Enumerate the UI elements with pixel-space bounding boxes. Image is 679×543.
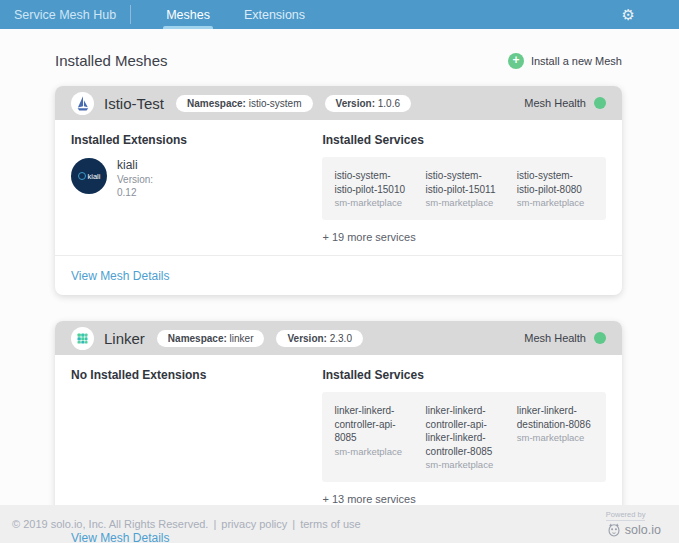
page-title: Installed Meshes: [55, 52, 168, 69]
version-value: 1.0.6: [378, 98, 400, 109]
service-source: sm-marketplace: [517, 197, 594, 208]
tab-extensions-label: Extensions: [244, 8, 305, 22]
version-pill: Version: 1.0.6: [325, 95, 412, 112]
extension-item-kiali: kiali kiali Version: 0.12: [71, 158, 308, 198]
services-heading: Installed Services: [322, 133, 606, 147]
extensions-heading: Installed Extensions: [71, 133, 308, 147]
istio-logo-icon: [71, 92, 94, 115]
extension-version-label: Version:: [117, 174, 153, 185]
solo-owl-icon: [606, 522, 622, 538]
main-content: Installed Meshes + Install a new Mesh Is…: [0, 29, 679, 505]
powered-by-block: Powered by solo.io: [606, 510, 661, 538]
mesh-card-istio: Istio-Test Namespace: istio-system Versi…: [55, 86, 622, 295]
extension-info: kiali Version: 0.12: [117, 158, 153, 198]
mesh-health-status-dot: [594, 332, 606, 344]
terms-of-use-link[interactable]: terms of use: [300, 518, 361, 530]
top-nav: Service Mesh Hub Meshes Extensions ⚙: [0, 0, 679, 29]
app-brand[interactable]: Service Mesh Hub: [0, 0, 130, 29]
service-source: sm-marketplace: [334, 446, 411, 457]
service-source: sm-marketplace: [426, 459, 503, 470]
footer-separator: |: [292, 518, 295, 530]
mesh-card-linker-header: Linker Namespace: linker Version: 2.3.0 …: [55, 321, 622, 355]
mesh-card-istio-footer: View Mesh Details: [55, 255, 622, 295]
services-heading: Installed Services: [322, 368, 606, 382]
service-item: istio-system-istio-pilot-15011 sm-market…: [426, 169, 503, 208]
service-item: linker-linkerd-controller-api-linker-lin…: [426, 404, 503, 470]
plus-icon: +: [508, 53, 524, 69]
powered-by-label: Powered by: [606, 510, 646, 521]
version-label: Version:: [336, 98, 375, 109]
service-source: sm-marketplace: [517, 432, 594, 443]
install-button-label: Install a new Mesh: [531, 55, 622, 67]
tab-extensions[interactable]: Extensions: [227, 0, 322, 29]
mesh-name: Linker: [104, 330, 145, 347]
version-value: 2.3.0: [330, 333, 352, 344]
extensions-column: No Installed Extensions: [71, 368, 322, 505]
mesh-card-istio-body: Installed Extensions kiali kiali Version…: [55, 120, 622, 255]
service-name: istio-system-istio-pilot-8080: [517, 169, 594, 196]
service-item: linker-linkerd-controller-api-8085 sm-ma…: [334, 404, 411, 470]
service-item: istio-system-istio-pilot-8080 sm-marketp…: [517, 169, 594, 208]
nav-spacer: [322, 0, 621, 29]
services-column: Installed Services linker-linkerd-contro…: [322, 368, 606, 505]
services-box: linker-linkerd-controller-api-8085 sm-ma…: [322, 392, 606, 482]
service-item: linker-linkerd-destination-8086 sm-marke…: [517, 404, 594, 470]
service-source: sm-marketplace: [426, 197, 503, 208]
service-item: istio-system-istio-pilot-15010 sm-market…: [334, 169, 411, 208]
mesh-name: Istio-Test: [104, 95, 164, 112]
mesh-card-linker-body: No Installed Extensions Installed Servic…: [55, 355, 622, 517]
namespace-value: istio-system: [249, 98, 302, 109]
install-new-mesh-button[interactable]: + Install a new Mesh: [508, 53, 622, 69]
view-mesh-details-link[interactable]: View Mesh Details: [71, 531, 169, 543]
kiali-logo-word: kiali: [88, 172, 101, 181]
namespace-label: Namespace:: [187, 98, 246, 109]
mesh-health-status-dot: [594, 97, 606, 109]
service-name: istio-system-istio-pilot-15010: [334, 169, 411, 196]
linkerd-logo-icon: [71, 327, 94, 350]
kiali-logo-icon: kiali: [71, 158, 107, 194]
footer-separator: |: [213, 518, 216, 530]
settings-gear-icon[interactable]: ⚙: [622, 0, 679, 29]
extensions-column: Installed Extensions kiali kiali Version…: [71, 133, 322, 243]
tab-meshes-label: Meshes: [166, 8, 210, 22]
version-label: Version:: [287, 333, 326, 344]
service-source: sm-marketplace: [334, 197, 411, 208]
services-column: Installed Services istio-system-istio-pi…: [322, 133, 606, 243]
copyright-text: © 2019 solo.io, Inc. All Rights Reserved…: [12, 518, 208, 530]
kiali-eye-icon: [78, 172, 86, 180]
privacy-policy-link[interactable]: privacy policy: [221, 518, 287, 530]
solo-io-wordmark: solo.io: [625, 523, 661, 537]
mesh-health-label: Mesh Health: [524, 97, 586, 109]
nav-divider: [130, 5, 131, 24]
nav-tabs: Meshes Extensions: [149, 0, 322, 29]
page-head: Installed Meshes + Install a new Mesh: [55, 52, 622, 69]
extension-name: kiali: [117, 158, 153, 172]
service-name: linker-linkerd-destination-8086: [517, 404, 594, 431]
more-services-text: + 19 more services: [322, 231, 606, 243]
version-pill: Version: 2.3.0: [276, 330, 363, 347]
solo-io-logo[interactable]: solo.io: [606, 522, 661, 538]
service-name: linker-linkerd-controller-api-linker-lin…: [426, 404, 503, 458]
mesh-card-istio-header: Istio-Test Namespace: istio-system Versi…: [55, 86, 622, 120]
namespace-value: linker: [230, 333, 254, 344]
view-mesh-details-link[interactable]: View Mesh Details: [71, 269, 169, 283]
services-box: istio-system-istio-pilot-15010 sm-market…: [322, 157, 606, 220]
namespace-label: Namespace:: [168, 333, 227, 344]
namespace-pill: Namespace: istio-system: [176, 95, 313, 112]
service-name: linker-linkerd-controller-api-8085: [334, 404, 411, 445]
more-services-text: + 13 more services: [322, 493, 606, 505]
mesh-health-label: Mesh Health: [524, 332, 586, 344]
extension-version-value: 0.12: [117, 187, 153, 198]
namespace-pill: Namespace: linker: [157, 330, 265, 347]
service-name: istio-system-istio-pilot-15011: [426, 169, 503, 196]
active-tab-underline: [163, 26, 213, 29]
extensions-heading: No Installed Extensions: [71, 368, 308, 382]
tab-meshes[interactable]: Meshes: [149, 0, 227, 29]
